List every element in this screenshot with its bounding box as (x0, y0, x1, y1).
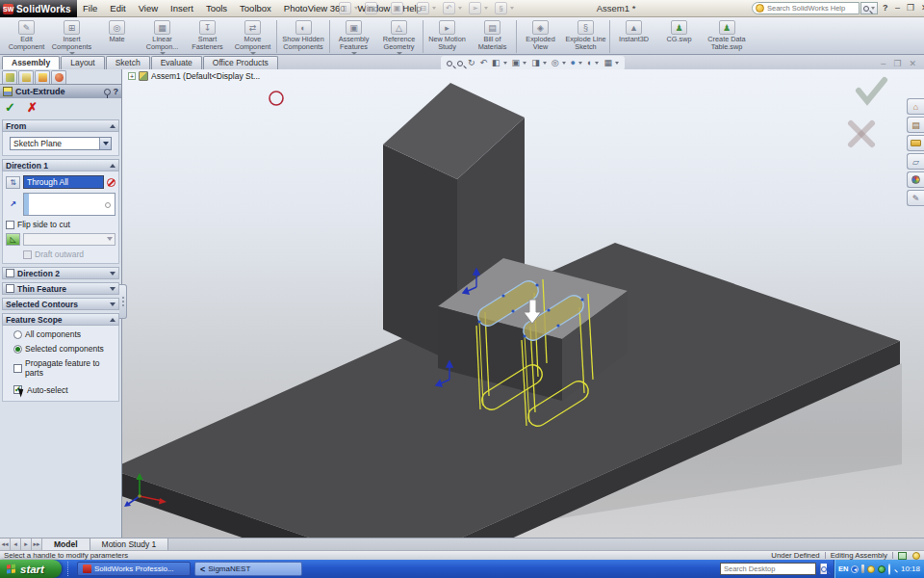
sigmanest-tray-icon[interactable]: ◂ (851, 565, 859, 573)
bill-of-materials-button[interactable]: ▤Bill of Materials (470, 19, 515, 51)
panel-resize-handle[interactable] (119, 284, 127, 319)
minimize-button[interactable]: – (895, 3, 900, 13)
smart-fasteners-button[interactable]: ↧Smart Fasteners (185, 19, 230, 51)
doc-restore-button[interactable]: ❐ (893, 59, 901, 68)
quick-tip-icon[interactable] (912, 552, 920, 560)
cancel-button[interactable]: ✗ (27, 100, 38, 115)
all-components-radio[interactable] (13, 330, 22, 339)
design-library-icon[interactable]: ▤ (907, 117, 924, 133)
feature-scope-section-header[interactable]: Feature Scope (2, 313, 119, 326)
taskbar-app-solidworks[interactable]: SolidWorks Professio... (77, 562, 191, 576)
apply-scene-icon[interactable]: ◐ (587, 57, 592, 69)
edit-appearance-icon[interactable]: ● (571, 57, 576, 69)
print-icon[interactable]: ⊟ (417, 2, 429, 14)
motion-study-tab[interactable]: Motion Study 1 (90, 539, 169, 550)
linear-component-pattern-button[interactable]: ▦Linear Compon... (140, 19, 185, 55)
menu-file[interactable]: File (83, 3, 97, 13)
end-condition-combobox[interactable]: Through All (23, 175, 104, 189)
propertymanager-tab-icon[interactable] (18, 70, 34, 84)
search-button[interactable] (860, 2, 878, 14)
view-palette-icon[interactable]: ▱ (907, 153, 924, 170)
dropdown-button[interactable] (99, 138, 111, 149)
rebuild-icon[interactable]: § (495, 2, 507, 14)
selected-components-radio[interactable] (13, 345, 22, 354)
zoom-to-area-icon[interactable] (457, 61, 463, 66)
start-button[interactable]: start (0, 560, 62, 578)
pen-tray-icon[interactable] (861, 565, 864, 573)
tab-sketch[interactable]: Sketch (106, 56, 150, 69)
search-tray-icon[interactable] (888, 565, 897, 573)
previous-view-icon[interactable]: ↶ (480, 57, 488, 69)
doc-minimize-button[interactable]: – (881, 59, 886, 68)
menu-insert[interactable]: Insert (170, 3, 193, 13)
instant3d-button[interactable]: ▲Instant3D (611, 19, 656, 43)
new-document-icon[interactable]: ▯ (339, 2, 351, 14)
display-style-icon[interactable]: ◨ (531, 57, 540, 69)
explode-line-sketch-button[interactable]: §Explode Line Sketch (563, 19, 608, 51)
tab-scroll-first-button[interactable]: ◂◂ (0, 539, 11, 550)
selected-contours-section-header[interactable]: Selected Contours (2, 298, 119, 310)
move-component-button[interactable]: ⇄Move Component (230, 19, 275, 55)
configurationmanager-tab-icon[interactable] (35, 70, 50, 84)
zoom-to-fit-icon[interactable] (447, 61, 452, 66)
menu-toolbox[interactable]: Toolbox (240, 3, 271, 13)
tab-office-products[interactable]: Office Products (203, 56, 278, 69)
view-settings-icon[interactable]: ▦ (603, 57, 612, 69)
graphics-viewport[interactable]: + Assem1 (Default<Display St... (122, 69, 924, 538)
reverse-direction-icon[interactable]: ⇅ (6, 176, 20, 189)
flip-side-checkbox[interactable] (6, 221, 14, 229)
help-button[interactable]: ? (883, 3, 888, 13)
help-icon[interactable]: ? (114, 87, 119, 96)
draft-icon[interactable]: ◺ (6, 233, 20, 246)
from-section-header[interactable]: From (2, 119, 119, 132)
save-icon[interactable]: ▣ (391, 2, 403, 14)
custom-properties-icon[interactable]: ✎ (907, 190, 924, 206)
insert-components-button[interactable]: ⊞Insert Components (49, 19, 94, 55)
new-motion-study-button[interactable]: ▸New Motion Study (424, 19, 470, 51)
tab-evaluate[interactable]: Evaluate (151, 56, 202, 69)
tab-scroll-next-button[interactable]: ▸ (21, 539, 32, 550)
custom-properties-status-icon[interactable] (898, 552, 907, 560)
menu-edit[interactable]: Edit (110, 3, 125, 13)
displaymanager-tab-icon[interactable] (51, 70, 66, 84)
create-data-table-macro-button[interactable]: ♟Create Data Table.swp (702, 19, 752, 51)
hide-show-items-icon[interactable]: ◎ (552, 57, 559, 69)
desktop-search-input[interactable] (721, 565, 820, 573)
assembly-features-button[interactable]: ▣Assembly Features (331, 19, 376, 55)
desktop-search-box[interactable] (720, 563, 816, 575)
direction2-section-header[interactable]: Direction 2 (2, 267, 119, 279)
tab-scroll-last-button[interactable]: ▸▸ (32, 539, 42, 550)
restore-button[interactable]: ❐ (907, 3, 914, 13)
direction1-section-header[interactable]: Direction 1 (2, 159, 119, 171)
view-orientation-icon[interactable]: ▣ (512, 57, 521, 69)
show-hidden-components-button[interactable]: ◐Show Hidden Components (278, 19, 328, 51)
draft-angle-field[interactable] (23, 233, 116, 246)
solidworks-resources-icon[interactable]: ⌂ (907, 98, 924, 115)
thin-feature-checkbox[interactable] (6, 284, 14, 293)
exploded-view-button[interactable]: ◈Exploded View (518, 19, 563, 51)
edit-component-button[interactable]: ✎Edit Component (4, 19, 49, 51)
doc-close-button[interactable]: ✕ (909, 59, 916, 68)
model-tab[interactable]: Model (42, 539, 90, 550)
desktop-search-button[interactable] (820, 564, 827, 574)
help-search-box[interactable] (752, 2, 860, 14)
expand-tree-icon[interactable]: + (128, 72, 136, 80)
ok-button[interactable]: ✓ (5, 100, 15, 115)
taskbar-app-sigmanest[interactable]: < SigmaNEST (194, 562, 302, 576)
featuremanager-tab-icon[interactable] (2, 70, 17, 84)
thin-feature-section-header[interactable]: Thin Feature (2, 282, 119, 295)
pushpin-icon[interactable] (104, 89, 111, 95)
file-explorer-icon[interactable] (907, 135, 924, 151)
tab-scroll-prev-button[interactable]: ◂ (11, 539, 21, 550)
open-icon[interactable]: ▤ (365, 2, 377, 14)
propagate-checkbox[interactable] (13, 364, 22, 373)
tab-assembly[interactable]: Assembly (2, 56, 60, 69)
rotate-view-icon[interactable]: ↻ (468, 57, 475, 69)
appearances-icon[interactable] (907, 171, 924, 188)
mate-button[interactable]: ◎Mate (94, 19, 140, 43)
feature-tree-flyout[interactable]: + Assem1 (Default<Display St... (128, 71, 260, 81)
section-view-icon[interactable]: ◧ (492, 57, 500, 69)
cg-macro-button[interactable]: ♟CG.swp (656, 19, 702, 43)
network-tray-icon[interactable] (878, 565, 886, 573)
menu-view[interactable]: View (139, 3, 158, 13)
